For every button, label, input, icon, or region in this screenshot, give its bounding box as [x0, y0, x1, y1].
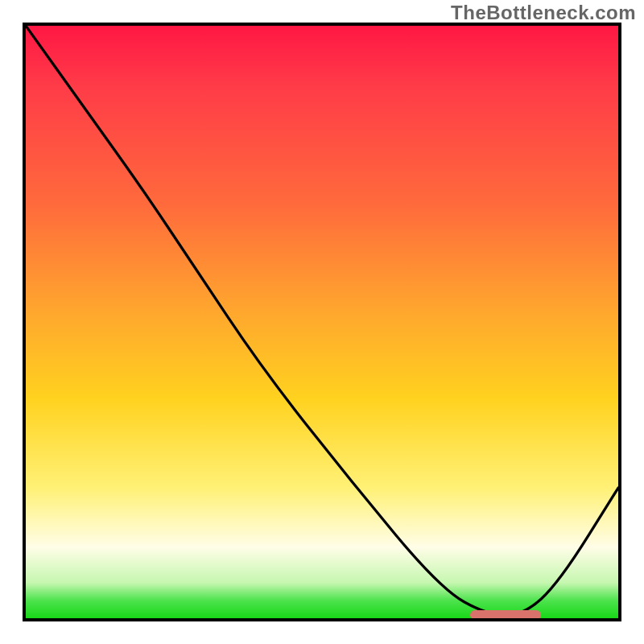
watermark-text: TheBottleneck.com — [451, 2, 636, 24]
bottleneck-curve — [26, 26, 618, 618]
optimum-marker — [470, 610, 541, 620]
plot-frame — [23, 23, 621, 621]
chart-container: TheBottleneck.com — [0, 0, 644, 644]
